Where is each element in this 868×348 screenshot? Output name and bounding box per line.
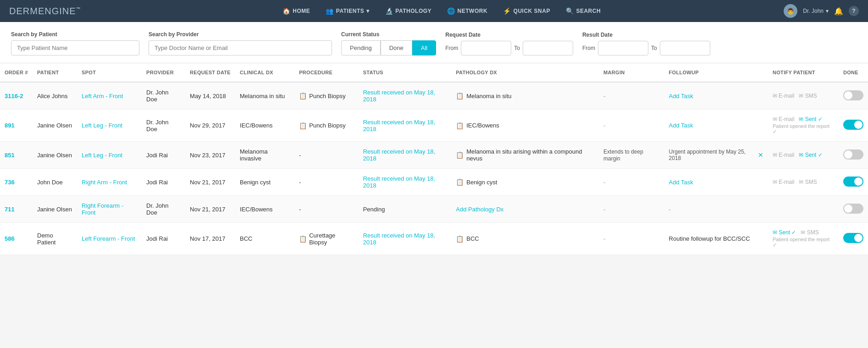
spot-link[interactable]: Left Forearm - Front [82, 235, 135, 242]
orders-table: ORDER #PATIENTSPOTPROVIDERREQUEST DATECL… [0, 63, 868, 255]
result-date-to-input[interactable] [660, 41, 710, 55]
patient-cell: Alice Johns [33, 82, 77, 110]
request-date-cell: Nov 21, 2017 [185, 169, 235, 196]
notify-patient-cell: ✉ E-mail✉ Sent ✓Patient opened the repor… [768, 110, 839, 142]
email-notify[interactable]: ✉ E-mail [773, 93, 794, 99]
order-link[interactable]: 891 [5, 122, 15, 129]
sms-notify[interactable]: ✉ SMS [799, 179, 817, 185]
procedure-cell: - [294, 196, 358, 223]
sms-notify-sent: ✉ Sent ✓ [799, 116, 822, 122]
patient-cell: Janine Olsen [33, 196, 77, 223]
sms-notify[interactable]: ✉ SMS [799, 93, 817, 99]
status-btn-all[interactable]: All [412, 40, 436, 55]
order-link[interactable]: 3116-2 [5, 93, 23, 99]
col-spot: SPOT [77, 63, 142, 82]
done-toggle[interactable] [843, 149, 863, 160]
search-patient-input[interactable] [11, 40, 139, 55]
order-link[interactable]: 851 [5, 152, 15, 159]
col-done: DONE [839, 63, 868, 82]
status-cell: Result received on May 18, 2018 [359, 169, 452, 196]
nav-item-network[interactable]: 🌐NETWORK [441, 5, 494, 17]
done-cell [839, 110, 868, 142]
notification-bell-icon[interactable]: 🔔 [834, 7, 843, 16]
to-label: To [514, 45, 520, 51]
table-body: 3116-2Alice JohnsLeft Arm - FrontDr. Joh… [0, 82, 868, 255]
nav-user[interactable]: Dr. John ▾ [803, 8, 829, 14]
col-followup: FOLLOWUP [664, 63, 768, 82]
provider-cell: Dr. John Doe [142, 196, 185, 223]
done-toggle[interactable] [843, 204, 863, 214]
sms-notify[interactable]: ✉ SMS [801, 229, 818, 236]
followup-urgent: Urgent appointment by May 25, 2018✕ [669, 149, 763, 161]
result-date-from-input[interactable] [598, 41, 648, 55]
add-pathology-link[interactable]: Add Pathology Dx [456, 206, 503, 213]
col-status: STATUS [359, 63, 452, 82]
margin-cell: Extends to deep margin [599, 142, 664, 169]
email-notify[interactable]: ✉ E-mail [773, 116, 794, 122]
done-toggle[interactable] [843, 177, 863, 187]
patient-cell: Janine Olsen [33, 142, 77, 169]
nav-item-quicksnap[interactable]: ⚡QUICK SNAP [497, 5, 557, 17]
help-icon[interactable]: ? [849, 6, 859, 16]
spot-link[interactable]: Left Leg - Front [82, 152, 122, 159]
order-link[interactable]: 711 [5, 206, 15, 213]
margin-cell: - [599, 196, 664, 223]
pathology-label: Melanoma in situ arising within a compou… [466, 148, 594, 162]
result-date-range: From To [582, 41, 710, 55]
patient-cell: John Doe [33, 169, 77, 196]
margin-cell: - [599, 169, 664, 196]
request-date-to-input[interactable] [523, 41, 573, 55]
pathology-dx-cell: 📋Melanoma in situ arising within a compo… [451, 142, 599, 169]
request-date-cell: Nov 21, 2017 [185, 196, 235, 223]
nav-right: 👨 Dr. John ▾ 🔔 ? [784, 4, 859, 18]
done-toggle[interactable] [843, 233, 863, 243]
col-request_date: REQUEST DATE [185, 63, 235, 82]
status-received: Result received on May 18, 2018 [363, 148, 436, 162]
add-task-link[interactable]: Add Task [669, 122, 693, 129]
nav-item-home[interactable]: 🏠HOME [276, 5, 317, 17]
done-toggle[interactable] [843, 90, 863, 100]
request-date-from-input[interactable] [461, 41, 511, 55]
patients-icon: 👥 [326, 7, 334, 15]
pathology-label: Benign cyst [466, 179, 497, 186]
nav-item-pathology[interactable]: 🔬PATHOLOGY [379, 5, 438, 17]
status-btn-pending[interactable]: Pending [341, 40, 381, 55]
order-link[interactable]: 736 [5, 179, 15, 186]
table-header: ORDER #PATIENTSPOTPROVIDERREQUEST DATECL… [0, 63, 868, 82]
order-link[interactable]: 586 [5, 235, 15, 242]
nav-label-pathology: PATHOLOGY [395, 8, 431, 14]
done-toggle[interactable] [843, 120, 863, 130]
spot-link[interactable]: Left Arm - Front [82, 93, 123, 99]
close-icon[interactable]: ✕ [758, 151, 763, 159]
brand-logo[interactable]: DERMENGINE™ [9, 6, 81, 17]
done-cell [839, 223, 868, 255]
email-notify[interactable]: ✉ E-mail [773, 179, 794, 185]
clinical-dx-cell: IEC/Bowens [235, 110, 294, 142]
nav-item-search[interactable]: 🔍SEARCH [559, 5, 607, 17]
add-task-link[interactable]: Add Task [669, 179, 693, 186]
add-task-link[interactable]: Add Task [669, 93, 693, 99]
email-notify-sent: ✉ Sent ✓ [773, 229, 796, 236]
status-btn-done[interactable]: Done [381, 40, 412, 55]
request-date-cell: May 14, 2018 [185, 82, 235, 110]
notify-patient-cell [768, 196, 839, 223]
col-pathology_dx: PATHOLOGY DX [451, 63, 599, 82]
spot-link[interactable]: Left Leg - Front [82, 122, 122, 129]
pathology-icon: 📋 [456, 235, 464, 243]
patient-search-group: Search by Patient [11, 31, 139, 55]
pathology-icon: 📋 [456, 92, 464, 99]
clinical-dx-cell: IEC/Bowens [235, 196, 294, 223]
nav-label-patients: PATIENTS [336, 8, 365, 14]
procedure-cell: - [294, 142, 358, 169]
nav-item-patients[interactable]: 👥PATIENTS▾ [319, 5, 376, 17]
quicksnap-icon: ⚡ [503, 7, 511, 15]
spot-link[interactable]: Right Arm - Front [82, 179, 127, 186]
status-cell: Result received on May 18, 2018 [359, 142, 452, 169]
provider-cell: Jodi Rai [142, 142, 185, 169]
procedure-label: Punch Biopsy [309, 93, 346, 99]
email-notify[interactable]: ✉ E-mail [773, 152, 794, 158]
procedure-icon: 📋 [299, 92, 307, 99]
pathology-dx-cell: 📋Benign cyst [451, 169, 599, 196]
spot-link[interactable]: Right Forearm - Front [82, 202, 123, 216]
search-provider-input[interactable] [149, 40, 332, 55]
